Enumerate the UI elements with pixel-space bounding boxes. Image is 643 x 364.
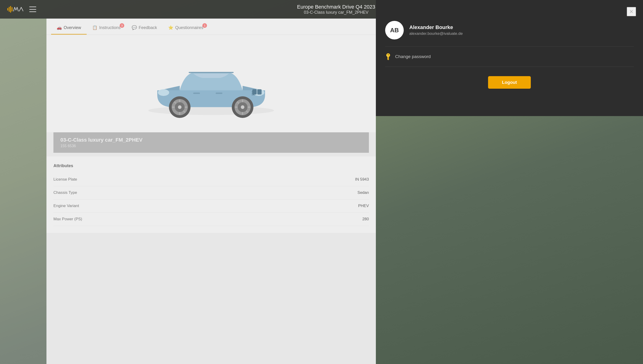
user-name: Alexander Bourke xyxy=(409,24,463,30)
hamburger-menu[interactable] xyxy=(29,6,36,12)
user-email: alexander.bourke@ivaluate.de xyxy=(409,31,463,36)
key-icon: 🔑 xyxy=(384,52,393,61)
svg-rect-3 xyxy=(12,7,13,12)
overlay xyxy=(0,18,376,364)
logout-button[interactable]: Logout xyxy=(488,76,531,89)
logo-icon xyxy=(7,5,23,14)
svg-rect-0 xyxy=(8,8,8,11)
logo-area xyxy=(7,5,36,14)
user-info-section: AB Alexander Bourke alexander.bourke@iva… xyxy=(385,14,634,47)
svg-rect-1 xyxy=(9,7,10,12)
user-details: Alexander Bourke alexander.bourke@ivalua… xyxy=(409,24,463,36)
close-button[interactable]: × xyxy=(627,7,636,16)
svg-rect-2 xyxy=(10,6,11,12)
change-password-label: Change password xyxy=(395,54,431,59)
logout-section: Logout xyxy=(385,67,634,98)
avatar: AB xyxy=(385,21,404,40)
change-password-row[interactable]: 🔑 Change password xyxy=(385,47,634,67)
user-panel: × AB Alexander Bourke alexander.bourke@i… xyxy=(376,0,643,116)
